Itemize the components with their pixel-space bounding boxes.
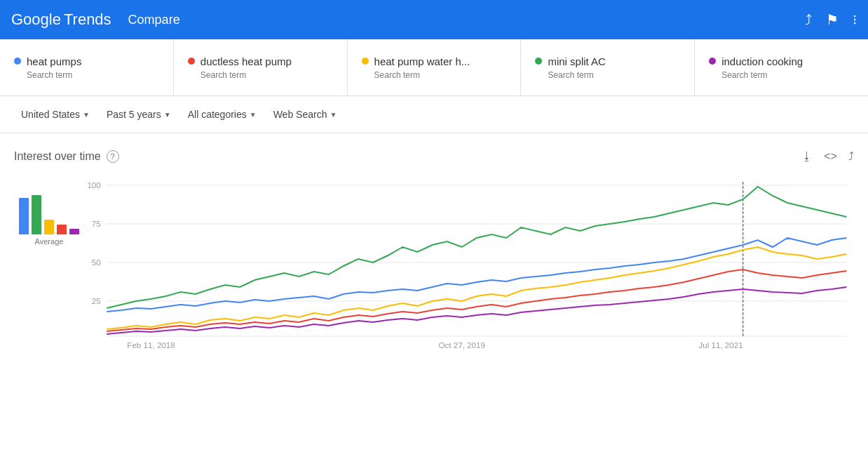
page-title: Compare [128, 13, 180, 27]
share-chart-icon[interactable]: ⤴ [848, 150, 854, 163]
interest-title: Interest over time [14, 150, 101, 163]
chart-area: Average 100 75 50 25 Feb 11, 2018 Oct 27… [14, 171, 854, 354]
embed-icon[interactable]: <> [824, 150, 837, 163]
filter-label: Web Search [273, 109, 327, 120]
svg-text:Feb 11, 2018: Feb 11, 2018 [127, 341, 175, 350]
svg-text:Jul 11, 2021: Jul 11, 2021 [698, 341, 742, 350]
logo-trends: Trends [64, 11, 111, 29]
term-name: induction cooking [721, 55, 803, 67]
chevron-down-icon: ▼ [83, 111, 90, 119]
time-filter[interactable]: Past 5 years ▼ [100, 105, 178, 124]
avg-bar-1 [32, 195, 41, 234]
search-term-item-2[interactable]: heat pump water h... Search term [348, 39, 522, 95]
term-type: Search term [201, 70, 333, 80]
search-type-filter[interactable]: Web Search ▼ [266, 105, 344, 124]
filter-label: Past 5 years [107, 109, 161, 120]
help-icon[interactable]: ? [107, 150, 119, 163]
term-dot [14, 58, 21, 65]
avg-bar-2 [44, 220, 54, 234]
category-filter[interactable]: All categories ▼ [181, 105, 264, 124]
term-name: heat pump water h... [374, 55, 470, 67]
term-name: ductless heat pump [201, 55, 292, 67]
term-dot [535, 58, 542, 65]
svg-text:50: 50 [92, 258, 101, 267]
header: Google Trends Compare ⤴ ⚑ ⁝ [0, 0, 868, 39]
average-bars [19, 185, 79, 234]
search-term-item-1[interactable]: ductless heat pump Search term [174, 39, 348, 95]
filter-label: All categories [188, 109, 247, 120]
header-left: Google Trends Compare [11, 11, 180, 29]
logo-google: Google [11, 11, 61, 29]
average-bars-section: Average [21, 171, 77, 246]
chevron-down-icon: ▼ [250, 111, 257, 119]
term-type: Search term [548, 70, 680, 80]
term-dot [709, 58, 716, 65]
search-term-item-0[interactable]: heat pumps Search term [0, 39, 174, 95]
chart-svg: 100 75 50 25 Feb 11, 2018 Oct 27, 2019 J… [77, 171, 854, 354]
header-icons: ⤴ ⚑ ⁝ [805, 11, 857, 28]
svg-text:75: 75 [92, 220, 101, 228]
average-label: Average [35, 237, 64, 246]
term-type: Search term [27, 70, 159, 80]
download-icon[interactable]: ⭳ [801, 150, 813, 163]
svg-text:100: 100 [87, 181, 100, 189]
search-terms-bar: heat pumps Search term ductless heat pum… [0, 39, 868, 96]
avg-bar-3 [57, 225, 67, 234]
google-trends-logo: Google Trends [11, 11, 111, 29]
svg-text:25: 25 [92, 297, 101, 305]
term-type: Search term [721, 70, 854, 80]
chevron-down-icon: ▼ [164, 111, 171, 119]
interest-section: Interest over time ? ⭳ <> ⤴ Average [0, 139, 868, 354]
grid-icon[interactable]: ⁝ [853, 11, 857, 28]
search-term-item-4[interactable]: induction cooking Search term [695, 39, 868, 95]
avg-bar-0 [19, 198, 29, 235]
term-name-row: induction cooking [709, 55, 854, 67]
trend-chart: 100 75 50 25 Feb 11, 2018 Oct 27, 2019 J… [77, 171, 854, 354]
term-dot [362, 58, 369, 65]
svg-text:Oct 27, 2019: Oct 27, 2019 [439, 341, 485, 350]
term-name-row: mini split AC [535, 55, 680, 67]
term-type: Search term [374, 70, 507, 80]
term-name-row: ductless heat pump [188, 55, 333, 67]
interest-header: Interest over time ? ⭳ <> ⤴ [14, 139, 854, 168]
filter-bar: United States ▼Past 5 years ▼All categor… [0, 96, 868, 133]
flag-icon[interactable]: ⚑ [826, 11, 839, 28]
chevron-down-icon: ▼ [330, 111, 337, 119]
term-name: mini split AC [548, 55, 606, 67]
term-name-row: heat pumps [14, 55, 159, 67]
interest-title-row: Interest over time ? [14, 150, 119, 163]
term-name: heat pumps [27, 55, 81, 67]
term-name-row: heat pump water h... [362, 55, 507, 67]
geo-filter[interactable]: United States ▼ [14, 105, 97, 124]
filter-label: United States [21, 109, 80, 120]
interest-action-icons: ⭳ <> ⤴ [801, 150, 854, 163]
term-dot [188, 58, 195, 65]
share-icon[interactable]: ⤴ [805, 12, 812, 28]
search-term-item-3[interactable]: mini split AC Search term [521, 39, 695, 95]
